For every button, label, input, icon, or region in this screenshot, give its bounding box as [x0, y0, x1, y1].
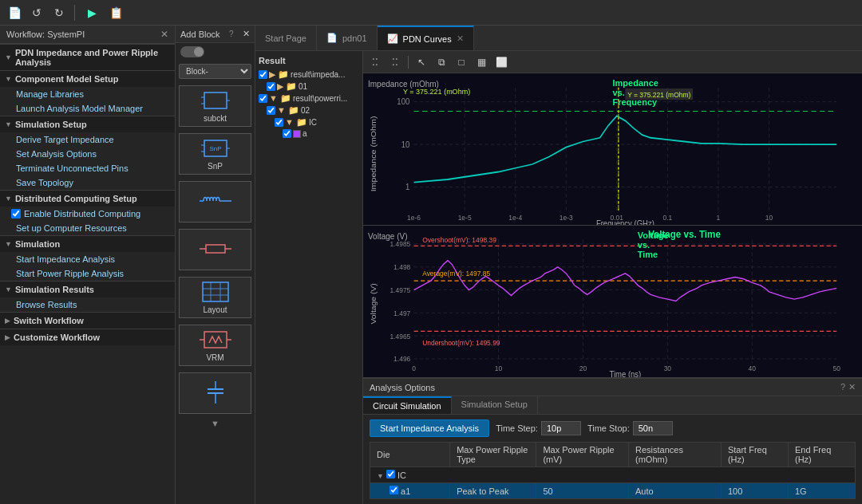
- chart-tool-dots2[interactable]: ⁚⁚: [386, 54, 404, 70]
- wf-section-pdn[interactable]: ▼ PDN Impedance and Power Ripple Analysi…: [0, 44, 175, 70]
- 01-checkbox[interactable]: [267, 82, 275, 91]
- voltage-chart-panel: Voltage (V) Voltage vs. Time: [363, 226, 862, 378]
- chart-tool-cursor[interactable]: ↖: [413, 54, 430, 70]
- layout-icon: [201, 281, 230, 305]
- time-step-input[interactable]: [541, 421, 581, 435]
- svg-text:10: 10: [765, 214, 773, 222]
- voltage-y-label: Voltage (V): [368, 232, 407, 241]
- chart-tool-frame[interactable]: ⬜: [492, 54, 510, 70]
- add-block-toggle[interactable]: [180, 46, 204, 57]
- a-color-swatch: [293, 130, 301, 138]
- tree-result-powerripple[interactable]: ▼ 📁 result\powerri...: [259, 93, 359, 104]
- wf-section-sim-setup[interactable]: ▼ Simulation Setup: [0, 116, 175, 132]
- 02-checkbox[interactable]: [267, 106, 275, 115]
- add-block-close-button[interactable]: ✕: [243, 29, 250, 39]
- expand-icon[interactable]: ▼: [377, 472, 384, 480]
- sidebar-item-terminate-pins[interactable]: Terminate Unconnected Pins: [0, 161, 175, 175]
- sidebar-item-set-analysis[interactable]: Set Analysis Options: [0, 147, 175, 161]
- time-stop-input[interactable]: [633, 421, 673, 435]
- a-checkbox[interactable]: [283, 129, 291, 138]
- start-impedance-analysis-button[interactable]: Start Impedance Analysis: [370, 419, 489, 437]
- tab-simulation-setup[interactable]: Simulation Setup: [452, 396, 538, 414]
- result-impedance-checkbox[interactable]: [259, 70, 267, 79]
- tab-start-page-label: Start Page: [265, 33, 306, 43]
- chart-tool-copy[interactable]: ⧉: [433, 54, 450, 70]
- time-stop-group: Time Stop:: [587, 421, 673, 435]
- block-resistor[interactable]: [179, 229, 251, 270]
- chart-tool-rect[interactable]: □: [453, 54, 470, 70]
- sidebar-item-start-ripple[interactable]: Start Power Ripple Analysis: [0, 266, 175, 281]
- a1-resistance-cell: Auto: [629, 483, 722, 499]
- tree-02[interactable]: ▼ 📁 02: [259, 104, 359, 116]
- arrow-icon: ▶: [5, 317, 10, 325]
- tree-01[interactable]: ▶ 📁 01: [259, 81, 359, 93]
- IC-group-cell: ▼ IC: [370, 467, 856, 483]
- table-row-a1[interactable]: a1 Peak to Peak 50 Auto 100 1G: [370, 483, 856, 499]
- tree-IC[interactable]: ▼ 📁 IC: [259, 116, 359, 128]
- chart-tool-grid[interactable]: ▦: [473, 54, 490, 70]
- block-vrm[interactable]: VRM: [179, 325, 251, 366]
- record-button[interactable]: 📋: [106, 3, 125, 22]
- tab-pdn-curves[interactable]: 📈 PDN Curves ✕: [378, 26, 474, 50]
- chart-tool-dots1[interactable]: ⁚⁚: [366, 54, 384, 70]
- IC-group-checkbox[interactable]: [386, 470, 395, 478]
- IC-checkbox[interactable]: [275, 118, 283, 127]
- svg-text:1e-3: 1e-3: [560, 214, 573, 222]
- svg-text:1.498: 1.498: [393, 263, 410, 271]
- col-max-ripple: Max Power Ripple (mV): [536, 443, 629, 467]
- undo-button[interactable]: ↺: [27, 3, 46, 22]
- new-button[interactable]: 📄: [5, 3, 24, 22]
- redo-button[interactable]: ↻: [49, 3, 69, 22]
- analysis-table: Die Max Power Ripple Type Max Power Ripp…: [370, 442, 856, 499]
- col-die: Die: [370, 443, 450, 467]
- play-button[interactable]: ▶: [81, 3, 103, 22]
- col-end-freq: End Freq (Hz): [789, 443, 856, 467]
- arrow-icon: ▼: [5, 195, 12, 203]
- sidebar-item-setup-resources[interactable]: Set up Computer Resources: [0, 221, 175, 235]
- svg-rect-0: [204, 93, 227, 108]
- block-snp[interactable]: SnP SnP: [179, 133, 251, 175]
- wf-section-component[interactable]: ▼ Component Model Setup: [0, 70, 175, 87]
- tab-circuit-simulation[interactable]: Circuit Simulation: [363, 396, 452, 414]
- block-layout[interactable]: Layout: [179, 277, 251, 318]
- wf-section-customize[interactable]: ▶ Customize Workflow: [0, 329, 175, 345]
- block-search-dropdown[interactable]: Block-: [179, 64, 251, 79]
- tree-a[interactable]: a: [259, 128, 359, 139]
- block-cap[interactable]: [179, 372, 251, 414]
- workflow-content: ▼ PDN Impedance and Power Ripple Analysi…: [0, 44, 175, 504]
- svg-rect-19: [204, 332, 227, 348]
- wf-section-switch[interactable]: ▶ Switch Workflow: [0, 312, 175, 329]
- workflow-close-button[interactable]: ✕: [160, 29, 168, 40]
- sidebar-item-launch-model-manager[interactable]: Launch Analysis Model Manager: [0, 101, 175, 116]
- close-analysis-button[interactable]: ✕: [848, 382, 856, 392]
- sidebar-item-enable-distributed[interactable]: Enable Distributed Computing: [0, 207, 175, 221]
- svg-text:0: 0: [412, 364, 416, 372]
- wf-section-simulation[interactable]: ▼ Simulation: [0, 235, 175, 252]
- tree-result-impedance[interactable]: ▶ 📁 result\impeda...: [259, 69, 359, 81]
- wf-section-results[interactable]: ▼ Simulation Results: [0, 281, 175, 297]
- wf-section-distributed[interactable]: ▼ Distributed Computing Setup: [0, 190, 175, 207]
- tab-pdn01[interactable]: 📄 pdn01: [317, 26, 378, 50]
- workflow-title: Workflow: SystemPI: [6, 30, 85, 39]
- a1-die-cell: a1: [370, 483, 450, 499]
- enable-distributed-checkbox[interactable]: [11, 209, 21, 219]
- svg-text:Overshoot(mV): 1498.39: Overshoot(mV): 1498.39: [422, 235, 496, 243]
- tab-close-button[interactable]: ✕: [457, 33, 464, 44]
- block-inductor[interactable]: [179, 181, 251, 222]
- svg-rect-12: [206, 245, 225, 253]
- help-icon[interactable]: ?: [840, 382, 845, 392]
- folder-icon: ▼ 📁: [277, 105, 299, 116]
- sidebar-item-start-impedance[interactable]: Start Impedance Analysis: [0, 252, 175, 266]
- result-powerripple-checkbox[interactable]: [259, 94, 267, 103]
- svg-text:20: 20: [579, 364, 587, 372]
- a1-checkbox[interactable]: [389, 486, 398, 494]
- sidebar-item-derive-target[interactable]: Derive Target Impedance: [0, 132, 175, 147]
- sidebar-item-browse-results[interactable]: Browse Results: [0, 297, 175, 312]
- tab-start-page[interactable]: Start Page: [255, 26, 317, 50]
- subckt-icon: [201, 89, 230, 114]
- block-subckt[interactable]: subckt: [179, 85, 251, 127]
- scroll-down-arrow[interactable]: ▼: [176, 417, 255, 430]
- sidebar-item-save-topology[interactable]: Save Topology: [0, 175, 175, 190]
- sidebar-item-manage-libraries[interactable]: Manage Libraries: [0, 87, 175, 101]
- svg-text:1: 1: [405, 183, 410, 192]
